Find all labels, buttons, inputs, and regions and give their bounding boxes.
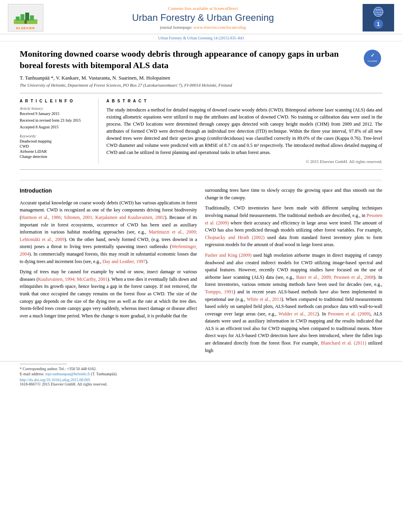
article-info-title: A R T I C L E I N F O bbox=[20, 99, 93, 103]
svg-rect-5 bbox=[24, 20, 27, 24]
svg-rect-3 bbox=[25, 13, 29, 20]
journal-header: ELSEVIER Contents lists available at Sci… bbox=[0, 0, 402, 34]
sciencedirect-line: Contents lists available at ScienceDirec… bbox=[51, 6, 355, 11]
keyword-3: Airborne LiDAR bbox=[20, 149, 93, 154]
svg-rect-2 bbox=[20, 14, 24, 20]
logo-right-volume: 1 bbox=[374, 19, 383, 29]
svg-text:URBAN: URBAN bbox=[375, 9, 382, 11]
keywords-label: Keywords: bbox=[20, 134, 93, 138]
svg-text:CrossMark: CrossMark bbox=[368, 60, 378, 62]
intro-para-r2: Traditionally, CWD inventories have been… bbox=[205, 204, 382, 248]
issn-line: 1618-8667/© 2015 Elsevier GmbH. All righ… bbox=[20, 382, 382, 386]
svg-rect-1 bbox=[16, 17, 20, 20]
affiliation: The University of Helsinki, Department o… bbox=[20, 83, 382, 87]
received-date: Received 9 January 2015 bbox=[20, 111, 93, 116]
revised-date: Received in revised form 23 July 2015 bbox=[20, 118, 93, 122]
intro-title: Introduction bbox=[20, 187, 197, 195]
authors: T. Tanhuanpää *, V. Kankare, M. Vastaran… bbox=[20, 75, 382, 81]
header-center: Contents lists available at ScienceDirec… bbox=[43, 6, 363, 30]
accepted-date: Accepted 8 August 2015 bbox=[20, 125, 93, 129]
svg-text:✓: ✓ bbox=[370, 52, 375, 58]
abstract-text: The study introduces a method for detail… bbox=[106, 106, 382, 156]
article-title: Monitoring downed coarse woody debris th… bbox=[20, 48, 363, 71]
article-info: A R T I C L E I N F O Article history: R… bbox=[20, 99, 99, 164]
copyright-line: © 2015 Elsevier GmbH. All rights reserve… bbox=[106, 159, 382, 164]
journal-homepage: journal homepage: www.elsevier.com/locat… bbox=[51, 25, 355, 30]
intro-para-r1: surrounding trees have time to slowly oc… bbox=[205, 187, 382, 201]
keyword-1: Deadwood mapping bbox=[20, 139, 93, 143]
keyword-2: CWD bbox=[20, 144, 93, 148]
abstract-title: A B S T R A C T bbox=[106, 99, 382, 103]
body-col-left: Introduction Accurate spatial knowledge … bbox=[20, 187, 197, 357]
history-label: Article history: bbox=[20, 106, 93, 111]
corresponding-author: * Corresponding author. Tel.: +358 50 44… bbox=[20, 367, 382, 371]
svg-text:& URBAN: & URBAN bbox=[375, 13, 382, 15]
journal-title-header: Urban Forestry & Urban Greening bbox=[51, 12, 355, 23]
elsevier-logo: ELSEVIER bbox=[8, 4, 43, 32]
intro-para-2: Dying of trees may be caused for example… bbox=[20, 268, 197, 319]
intro-para-r3: Pasher and King (2009) used high resolut… bbox=[205, 252, 382, 354]
article-top-bar: Urban Forestry & Urban Greening 14 (2015… bbox=[0, 34, 402, 41]
journal-logo-right: URBAN FORESTRY & URBAN 1 bbox=[363, 4, 394, 32]
crossmark-badge: ✓ CrossMark bbox=[363, 48, 382, 68]
abstract-section: A B S T R A C T The study introduces a m… bbox=[106, 99, 382, 164]
email-address: E-mail address: topi.tanhuanpaa@helsinki… bbox=[20, 372, 382, 376]
footnotes: * Corresponding author. Tel.: +358 50 44… bbox=[0, 361, 402, 388]
keyword-4: Change detection bbox=[20, 154, 93, 159]
intro-para-1: Accurate spatial knowledge on coarse woo… bbox=[20, 199, 197, 265]
elsevier-text: ELSEVIER bbox=[16, 26, 35, 30]
svg-rect-4 bbox=[30, 15, 34, 20]
body-col-right: surrounding trees have time to slowly oc… bbox=[205, 187, 382, 357]
doi-line[interactable]: http://dx.doi.org/10.1016/j.ufug.2015.08… bbox=[20, 378, 382, 382]
